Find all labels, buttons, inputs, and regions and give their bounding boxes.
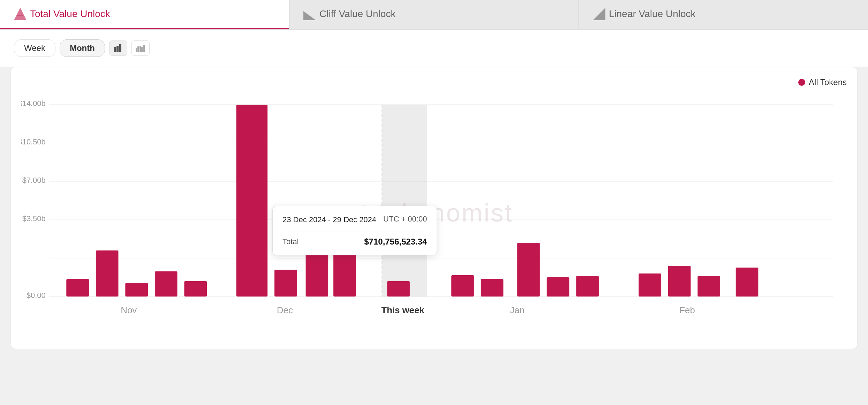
app-container: Total Value Unlock Cliff Value Unlock Li… bbox=[0, 0, 868, 405]
this-week-highlight bbox=[382, 105, 427, 297]
tooltip: 23 Dec 2024 - 29 Dec 2024 UTC + 00:00 To… bbox=[272, 206, 437, 255]
tooltip-date-range: 23 Dec 2024 - 29 Dec 2024 bbox=[282, 215, 376, 225]
cliff-unlock-icon bbox=[303, 8, 316, 20]
svg-text:Feb: Feb bbox=[679, 305, 695, 315]
bar-feb-2 bbox=[668, 266, 691, 297]
chart-container: tokenomist $14.00b $10.50b $7.00b $3.50b… bbox=[21, 94, 847, 331]
week-button[interactable]: Week bbox=[14, 39, 55, 57]
bar-jan-5 bbox=[576, 276, 599, 297]
svg-rect-1 bbox=[17, 15, 23, 16]
svg-rect-6 bbox=[119, 44, 121, 52]
tab-total-value-unlock[interactable]: Total Value Unlock bbox=[0, 0, 289, 29]
tab-cliff-label: Cliff Value Unlock bbox=[319, 8, 395, 20]
svg-text:$0.00: $0.00 bbox=[27, 291, 46, 300]
bar-dec-2 bbox=[274, 270, 297, 297]
svg-rect-11 bbox=[143, 45, 145, 52]
controls-row: Week Month bbox=[0, 30, 868, 67]
bar-feb-4 bbox=[736, 268, 758, 297]
legend-row: All Tokens bbox=[21, 77, 847, 87]
bar-nov-5 bbox=[184, 281, 207, 297]
svg-text:Jan: Jan bbox=[510, 305, 524, 315]
bar-chart-icon bbox=[114, 44, 123, 52]
svg-text:This week: This week bbox=[381, 305, 424, 315]
svg-marker-0 bbox=[14, 8, 27, 20]
svg-marker-2 bbox=[303, 11, 316, 20]
bar-dec-spike bbox=[236, 105, 268, 297]
bar-jan-4 bbox=[547, 277, 569, 297]
svg-text:$3.50b: $3.50b bbox=[22, 214, 46, 223]
tab-linear-value-unlock[interactable]: Linear Value Unlock bbox=[579, 0, 868, 29]
bar-thisweek bbox=[387, 281, 410, 297]
bar-chart-button[interactable] bbox=[109, 40, 127, 56]
svg-rect-4 bbox=[114, 47, 116, 52]
svg-rect-8 bbox=[137, 46, 139, 52]
bar-nov-1 bbox=[66, 279, 89, 297]
bar-nov-3 bbox=[125, 283, 148, 297]
tooltip-total-label: Total bbox=[282, 237, 299, 246]
tooltip-divider bbox=[282, 232, 427, 232]
total-unlock-icon bbox=[14, 8, 27, 20]
month-button[interactable]: Month bbox=[60, 39, 105, 57]
svg-text:$14.00b: $14.00b bbox=[21, 99, 46, 108]
chart-wrapper: All Tokens tokenomist bbox=[10, 67, 858, 349]
svg-rect-9 bbox=[139, 46, 141, 52]
grouped-chart-button[interactable] bbox=[131, 40, 150, 56]
legend-all-tokens: All Tokens bbox=[798, 77, 847, 87]
linear-unlock-icon bbox=[593, 8, 605, 20]
bar-nov-4 bbox=[155, 271, 178, 297]
tab-total-label: Total Value Unlock bbox=[30, 8, 110, 20]
grouped-bar-icon bbox=[136, 44, 145, 52]
svg-rect-10 bbox=[141, 47, 143, 52]
svg-text:Dec: Dec bbox=[277, 305, 293, 315]
bar-jan-3 bbox=[517, 243, 540, 297]
bar-nov-2 bbox=[96, 250, 119, 297]
bar-feb-3 bbox=[697, 276, 720, 297]
bar-jan-1 bbox=[451, 275, 474, 297]
bar-feb-1 bbox=[639, 273, 661, 297]
tooltip-timezone: UTC + 00:00 bbox=[383, 215, 427, 224]
tabs-row: Total Value Unlock Cliff Value Unlock Li… bbox=[0, 0, 868, 30]
svg-text:$7.00b: $7.00b bbox=[22, 176, 46, 185]
svg-rect-7 bbox=[136, 48, 137, 52]
tab-linear-label: Linear Value Unlock bbox=[609, 8, 696, 20]
tab-cliff-value-unlock[interactable]: Cliff Value Unlock bbox=[289, 0, 579, 29]
svg-text:Nov: Nov bbox=[121, 305, 137, 315]
tooltip-total-value: $710,756,523.34 bbox=[364, 237, 427, 247]
tooltip-total-row: Total $710,756,523.34 bbox=[282, 237, 427, 247]
legend-label: All Tokens bbox=[809, 77, 847, 87]
svg-rect-5 bbox=[116, 46, 119, 52]
bar-jan-2 bbox=[481, 279, 504, 297]
legend-dot bbox=[798, 79, 805, 86]
svg-text:$10.50b: $10.50b bbox=[21, 137, 46, 146]
tooltip-header: 23 Dec 2024 - 29 Dec 2024 UTC + 00:00 bbox=[282, 215, 427, 225]
svg-marker-3 bbox=[593, 8, 605, 20]
